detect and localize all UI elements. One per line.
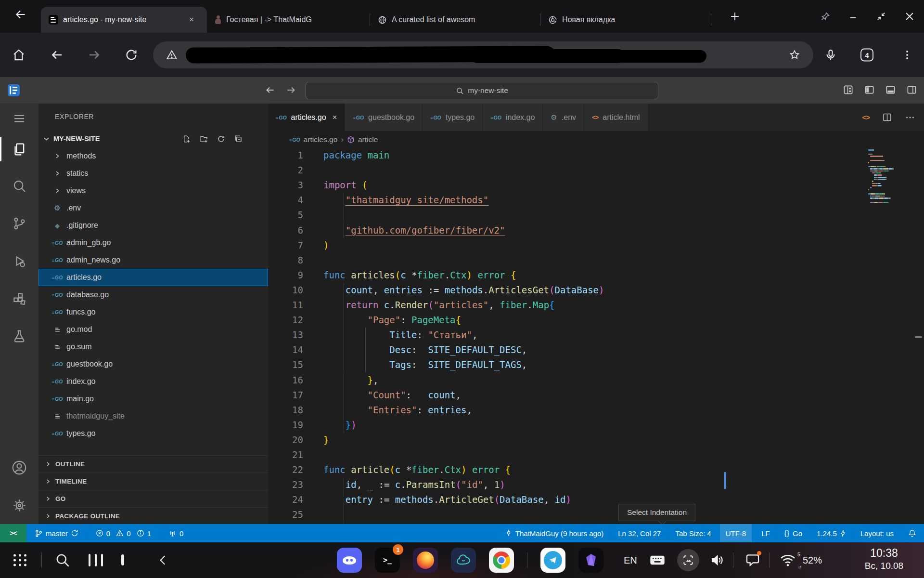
code-line-7[interactable]: 7) <box>268 238 924 253</box>
minimize-button[interactable] <box>848 11 859 22</box>
browser-menu-icon[interactable] <box>901 49 913 61</box>
tree-item-index-go[interactable]: GOindex.go <box>38 373 268 390</box>
eol-status[interactable]: LF <box>761 524 770 542</box>
code-line-25[interactable]: 25 <box>268 507 924 522</box>
code-line-16[interactable]: 16 }, <box>268 373 924 388</box>
tree-item-database-go[interactable]: GOdatabase.go <box>38 286 268 303</box>
code-line-8[interactable]: 8 <box>268 253 924 268</box>
tree-item-guestbook-go[interactable]: GOguestbook.go <box>38 355 268 373</box>
tree-item-types-go[interactable]: GOtypes.go <box>38 425 268 442</box>
code-line-3[interactable]: 3import ( <box>268 178 924 193</box>
editor-tab-articles-go[interactable]: GOarticles.go× <box>268 104 345 131</box>
address-bar[interactable] <box>153 41 813 68</box>
git-branch-status[interactable]: master <box>35 524 78 542</box>
clock[interactable]: 10:38 Вс, 10.08 <box>855 546 913 572</box>
code-line-4[interactable]: 4 "thatmaidguy_site/methods" <box>268 193 924 208</box>
source-control-icon[interactable] <box>8 212 30 235</box>
app-launcher-icon[interactable] <box>13 554 27 566</box>
tree-item-articles-go[interactable]: GOarticles.go <box>38 269 268 286</box>
testing-icon[interactable] <box>8 325 30 347</box>
remote-indicator[interactable]: >< <box>0 524 26 542</box>
code-line-11[interactable]: 11 return c.Render("articles", fiber.Map… <box>268 298 924 313</box>
browser-tab[interactable]: Гостевая | -> ThatMaidG <box>207 7 370 33</box>
toggle-secondary-sidebar-icon[interactable] <box>906 84 917 95</box>
language-status[interactable]: {} Go <box>784 524 802 542</box>
browser-tab[interactable]: A curated list of awesom <box>370 7 540 33</box>
extensions-icon[interactable] <box>8 288 30 310</box>
tree-item-main-go[interactable]: GOmain.go <box>38 390 268 407</box>
voice-search-icon[interactable] <box>824 48 837 62</box>
menu-icon[interactable] <box>8 107 30 130</box>
code-line-9[interactable]: 9func articles(c *fiber.Ctx) error { <box>268 268 924 283</box>
tab-switcher-count[interactable]: 4 <box>860 49 873 62</box>
close-window-button[interactable] <box>904 11 915 22</box>
nav-forward-icon[interactable] <box>285 84 297 96</box>
sidebar-section-package-outline[interactable]: PACKAGE OUTLINE <box>38 507 268 524</box>
code-line-20[interactable]: 20} <box>268 433 924 447</box>
tree-item-admin-news-go[interactable]: GOadmin_news.go <box>38 251 268 269</box>
sidebar-section-go[interactable]: GO <box>38 490 268 507</box>
code-line-14[interactable]: 14 Desc: SITE_DEFAULT_DESC, <box>268 342 924 357</box>
tree-item-thatmaidguy-site[interactable]: thatmaidguy_site <box>38 407 268 425</box>
explorer-icon[interactable] <box>8 138 30 160</box>
back-gesture-icon[interactable] <box>157 553 169 567</box>
code-line-21[interactable]: 21 <box>268 447 924 462</box>
settings-gear-icon[interactable] <box>8 494 30 516</box>
back-button[interactable] <box>50 48 64 62</box>
taskbar-app-obsidian[interactable] <box>578 548 603 573</box>
customize-layout-icon[interactable] <box>843 84 854 95</box>
tree-item-go-sum[interactable]: go.sum <box>38 338 268 355</box>
keyboard-icon[interactable] <box>650 554 665 566</box>
code-line-24[interactable]: 24 entry := methods.ArticleGet(DataBase,… <box>268 492 924 507</box>
search-view-icon[interactable] <box>8 175 30 197</box>
toggle-panel-icon[interactable] <box>885 84 896 95</box>
code-line-12[interactable]: 12 "Page": PageMeta{ <box>268 313 924 328</box>
run-debug-icon[interactable] <box>8 250 30 272</box>
last-commit-status[interactable]: ThatMaidGuy (9 hours ago) <box>505 524 603 542</box>
input-language-indicator[interactable]: EN <box>624 555 637 566</box>
keyboard-layout-status[interactable]: Layout: us <box>860 524 894 542</box>
split-editor-icon[interactable] <box>882 112 892 122</box>
breadcrumb-file[interactable]: articles.go <box>304 135 338 144</box>
problems-status[interactable]: 0 0 1 <box>96 524 151 542</box>
workspaces-icon[interactable] <box>121 556 124 565</box>
indentation-status[interactable]: Tab Size: 4 <box>675 524 711 542</box>
not-secure-warning-icon[interactable] <box>166 49 178 61</box>
toggle-sidebar-icon[interactable] <box>864 84 875 95</box>
bookmark-star-icon[interactable] <box>788 49 801 61</box>
code-line-15[interactable]: 15 Tags: SITE_DEFAULT_TAGS, <box>268 357 924 372</box>
taskbar-app-terminal[interactable]: >_1 <box>375 548 400 573</box>
code-line-22[interactable]: 22func article(c *fiber.Ctx) error { <box>268 462 924 477</box>
nav-back-icon[interactable] <box>264 84 276 96</box>
code-line-10[interactable]: 10 count, entries := methods.ArticlesGet… <box>268 283 924 298</box>
taskbar-app-cloud[interactable] <box>451 548 476 573</box>
screenshot-icon[interactable] <box>677 549 699 571</box>
editor-tab-article-html[interactable]: <>article.html <box>584 104 648 131</box>
taskbar-app-chrome[interactable] <box>489 548 514 573</box>
tree-item-methods[interactable]: methods <box>38 147 268 165</box>
ports-status[interactable]: 0 <box>168 524 183 542</box>
close-tab-icon[interactable]: × <box>188 15 195 25</box>
code-line-2[interactable]: 2 <box>268 163 924 178</box>
new-tab-button[interactable] <box>729 11 741 22</box>
code-line-23[interactable]: 23 id, _ := c.ParamsInt("id", 1) <box>268 477 924 492</box>
taskbar-app-telegram[interactable] <box>540 548 565 573</box>
code-server-logo[interactable] <box>8 84 20 96</box>
scrollbar-marker[interactable] <box>915 336 922 338</box>
code-line-6[interactable]: 6 "github.com/gofiber/fiber/v2" <box>268 223 924 238</box>
open-preview-icon[interactable]: <> <box>862 113 870 121</box>
tree-item-admin-gb-go[interactable]: GOadmin_gb.go <box>38 234 268 251</box>
code-line-17[interactable]: 17 "Count": count, <box>268 388 924 403</box>
chat-icon[interactable] <box>745 552 760 568</box>
code-editor[interactable]: 1package main23import (4 "thatmaidguy_si… <box>268 148 924 524</box>
accounts-icon[interactable] <box>8 457 30 479</box>
pin-icon[interactable] <box>820 11 831 22</box>
encoding-status[interactable]: UTF-8 <box>720 524 752 542</box>
editor-tab-guestbook-go[interactable]: GOguestbook.go <box>345 104 423 131</box>
reload-button[interactable] <box>125 48 138 62</box>
browser-tab[interactable]: articles.go - my-new-site× <box>41 7 207 33</box>
editor-tab--env[interactable]: ⚙.env <box>543 104 584 131</box>
home-button[interactable] <box>12 48 26 62</box>
notifications-bell-icon[interactable] <box>908 524 916 542</box>
code-line-13[interactable]: 13 Title: "Статьи", <box>268 328 924 342</box>
